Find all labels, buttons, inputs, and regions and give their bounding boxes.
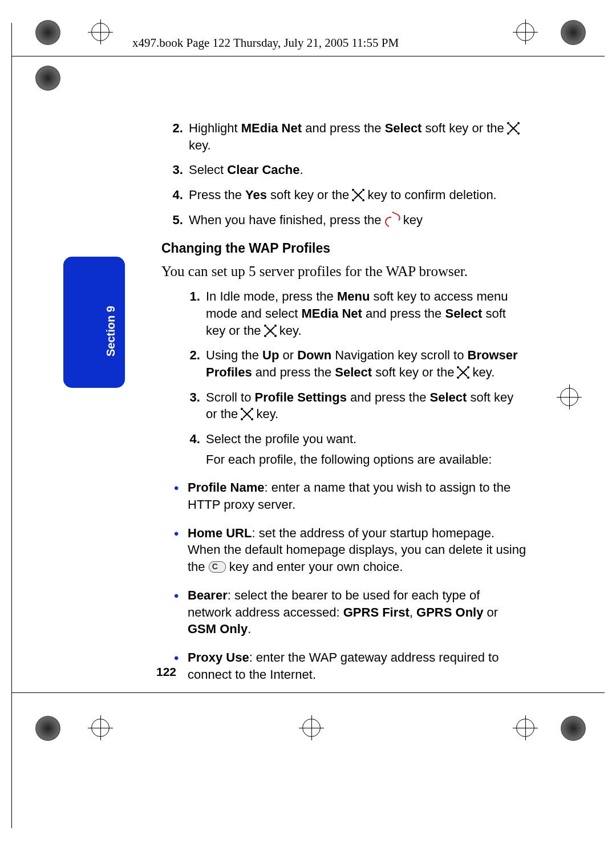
clear-key-icon [209, 561, 226, 573]
ok-key-icon [508, 123, 519, 134]
ok-key-icon [352, 189, 364, 201]
registration-mark-icon [91, 23, 110, 41]
ok-key-icon [265, 325, 276, 337]
section-tab: Section 9 [63, 257, 125, 388]
crop-dot-icon [35, 716, 60, 741]
list-item: Using the Up or Down Navigation key scro… [204, 347, 526, 380]
section-heading: Changing the WAP Profiles [161, 240, 526, 257]
intro-text: You can set up 5 server profiles for the… [161, 262, 526, 281]
ok-key-icon [457, 367, 469, 378]
crop-dot-icon [35, 20, 60, 45]
list-item: Highlight MEdia Net and press the Select… [187, 120, 526, 153]
crop-line-left [11, 23, 12, 828]
list-item: Select the profile you want. For each pr… [204, 431, 526, 468]
list-item: Home URL: set the address of your startu… [174, 525, 526, 576]
crop-line-top [11, 56, 605, 56]
section-tab-label: Section 9 [104, 306, 117, 356]
crop-dot-icon [561, 716, 586, 741]
page-content: Highlight MEdia Net and press the Select… [161, 120, 526, 694]
page-number: 122 [156, 665, 176, 679]
end-key-icon [385, 214, 400, 226]
running-header: x497.book Page 122 Thursday, July 21, 20… [132, 36, 399, 50]
list-item: Bearer: select the bearer to be used for… [174, 587, 526, 638]
list-item: Profile Name: enter a name that you wish… [174, 479, 526, 513]
list-item: Proxy Use: enter the WAP gateway address… [174, 649, 526, 683]
procedure-list-top: Highlight MEdia Net and press the Select… [161, 120, 526, 228]
list-item: Press the Yes soft key or the key to con… [187, 187, 526, 204]
registration-mark-icon [302, 719, 321, 737]
registration-mark-icon [91, 719, 110, 737]
ok-key-icon [241, 408, 253, 420]
registration-mark-icon [516, 719, 534, 737]
options-bullet-list: Profile Name: enter a name that you wish… [161, 479, 526, 683]
list-item: Scroll to Profile Settings and press the… [204, 389, 526, 423]
procedure-list-wap: In Idle mode, press the Menu soft key to… [161, 288, 526, 468]
registration-mark-icon [516, 23, 534, 41]
registration-mark-icon [560, 388, 578, 406]
crop-dot-icon [561, 20, 586, 45]
list-item: Select Clear Cache. [187, 161, 526, 179]
list-item: When you have finished, press the key [187, 212, 526, 229]
crop-dot-icon [35, 66, 60, 91]
list-item: In Idle mode, press the Menu soft key to… [204, 288, 526, 339]
